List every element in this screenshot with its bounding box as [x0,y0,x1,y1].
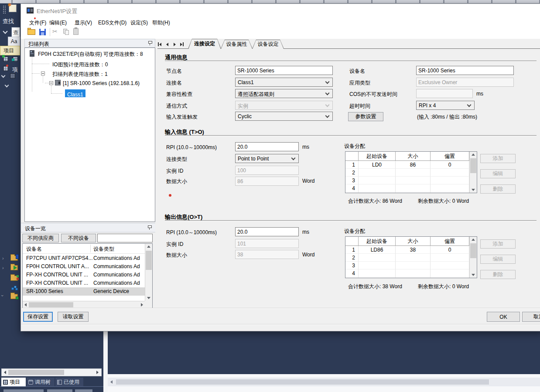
drag-handle[interactable] [3,5,6,14]
scroll-down-icon[interactable] [472,189,475,191]
alloc-row[interactable]: 4 [345,269,469,277]
folder-program-icon[interactable] [10,256,18,261]
scroll-down-icon[interactable] [147,297,150,299]
scrollbar-thumb[interactable] [29,302,73,307]
add-device-icon[interactable] [3,56,9,62]
scrollbar-thumb[interactable] [116,379,489,385]
table-item-icon[interactable] [3,65,9,72]
expanded-arrow-icon[interactable]: › [0,295,5,297]
scrollbar-thumb[interactable] [470,158,476,173]
menu-file[interactable]: 文件(F) [29,19,46,27]
menu-view[interactable]: 显示(V) [75,19,92,27]
vendor-filter-button[interactable]: 不同供应商 [22,234,59,242]
scrollbar-thumb[interactable] [8,370,64,375]
compatibility-check-select[interactable]: 遵照适配器规则 [235,89,333,98]
tree-item-class1[interactable]: Class1 [65,89,85,97]
menu-eds-file[interactable]: EDS文件(D) [98,19,126,27]
alloc-row[interactable]: 1LD86380 [345,246,469,254]
project-hscrollbar[interactable] [1,368,102,376]
read-settings-button[interactable]: 读取设置 [58,312,89,322]
connection-name-select[interactable]: Class1 [235,78,333,87]
scrollbar-thumb[interactable] [146,251,152,270]
output-alloc-add-button[interactable]: 添加 [480,239,516,249]
tab-nav-prev[interactable] [164,41,170,47]
alloc-row[interactable]: 2 [345,169,469,177]
output-rpi-input[interactable] [235,227,299,236]
device-row[interactable]: FP-XH CONTROL UNIT ... Communications Ad [23,271,145,279]
device-row-selected[interactable]: SR-1000 Series Generic Device [23,287,145,296]
cut-icon[interactable]: ✂ [52,28,58,35]
editor-hscrollbar[interactable] [108,378,540,386]
device-table-hscrollbar[interactable] [23,301,145,308]
output-alloc-delete-button[interactable]: 删除 [480,270,516,279]
pin-icon[interactable] [147,225,152,230]
tree-item-scanlist-count[interactable]: 扫描列表使用连接数：1 [52,71,108,78]
bottom-tab-calltree[interactable]: 调用树 [27,378,55,386]
parameter-settings-button[interactable]: 参数设置 [348,112,383,121]
scroll-up-icon[interactable] [472,239,475,241]
output-alloc-edit-button[interactable]: 编辑 [480,255,516,264]
save-icon[interactable] [39,29,46,35]
device-col-name[interactable]: 设备名 [26,245,42,253]
node-name-input[interactable] [235,66,333,75]
device-row[interactable]: FP7CPU UNIT AFP7CPS4... Communications A… [23,254,145,262]
pin-icon[interactable] [147,41,152,46]
tree-item-io-map[interactable]: IO图预计使用连接数：0 [52,61,108,68]
add-table-icon[interactable] [12,56,18,62]
sidebar-tab-project[interactable]: 项目 [0,46,20,55]
tab-nav-last[interactable] [179,41,185,47]
menu-settings[interactable]: 设定(S) [130,19,148,27]
input-alloc-add-button[interactable]: 添加 [480,154,516,163]
new-page-icon[interactable]: ✱ [9,4,17,12]
connection-type-select[interactable]: Point to Point [235,154,299,163]
alloc-row[interactable]: 1LD0860 [345,161,469,169]
device-name-input[interactable] [416,66,514,75]
expand-chevron-icon[interactable] [5,83,9,88]
alloc-row[interactable]: 5 [345,277,469,278]
menu-help[interactable]: 帮助(H) [152,19,170,27]
tree-collapse-icon[interactable] [41,72,45,75]
device-row[interactable]: FP0H CONTROL UNIT A... Communications Ad [23,262,145,271]
blocks-icon[interactable] [11,284,18,290]
alloc-row[interactable]: 3 [345,177,469,184]
folder-run-icon[interactable] [10,265,18,270]
cancel-button[interactable]: 取消 [522,312,540,322]
input-rpi-input[interactable] [235,142,299,151]
bottom-tab-project[interactable]: 项目 [1,378,26,386]
device-table-vscrollbar[interactable] [145,244,152,301]
copy-icon[interactable] [63,29,69,35]
tab-connection-settings[interactable]: 连接设定 [188,39,221,49]
device-col-type[interactable]: 设备类型 [93,245,114,253]
expand-chevron-icon[interactable] [1,74,6,78]
tab-nav-next[interactable] [171,41,178,47]
scrollbar-thumb[interactable] [470,243,476,258]
tree-collapse-icon[interactable] [49,81,53,85]
collapsed-arrow-icon[interactable]: › [2,265,4,270]
alloc-vscrollbar[interactable] [469,237,477,278]
alloc-row[interactable]: 4 [345,184,469,192]
tree-root-label[interactable]: FP0H C32ET/EP(自动取得) 可使用连接数：8 [38,51,143,58]
scroll-down-icon[interactable] [472,274,475,276]
match-case-button[interactable]: Aa [8,37,20,46]
find-collapse-icon[interactable] [3,29,7,34]
alloc-row[interactable]: 5 [345,192,469,193]
tree-item-sr1000[interactable]: [1] SR-1000 Series (192.168.1.6) [63,80,140,86]
input-alloc-edit-button[interactable]: 编辑 [480,169,516,178]
tab-device-settings[interactable]: 设备设定 [252,40,284,49]
scroll-left-icon[interactable] [24,303,27,307]
menu-edit[interactable]: 编辑(E) [49,19,67,27]
collapsed-arrow-icon[interactable]: › [2,256,4,261]
folder-config-icon[interactable] [10,276,18,281]
device-row[interactable]: FP-XH CONTROL UNIT ... Communications Ad [23,279,145,287]
scroll-up-icon[interactable] [472,153,475,156]
alloc-row[interactable]: 3 [345,262,469,269]
tab-device-properties[interactable]: 设备属性 [221,40,253,49]
open-file-icon[interactable] [27,29,35,35]
scroll-left-icon[interactable] [4,371,6,374]
device-filter-button[interactable]: 不同设备 [61,234,96,242]
scroll-up-icon[interactable] [147,245,150,248]
paste-icon[interactable] [73,28,79,35]
input-alloc-delete-button[interactable]: 删除 [480,184,516,194]
tab-nav-first[interactable] [157,41,163,47]
scroll-left-icon[interactable] [110,380,113,384]
